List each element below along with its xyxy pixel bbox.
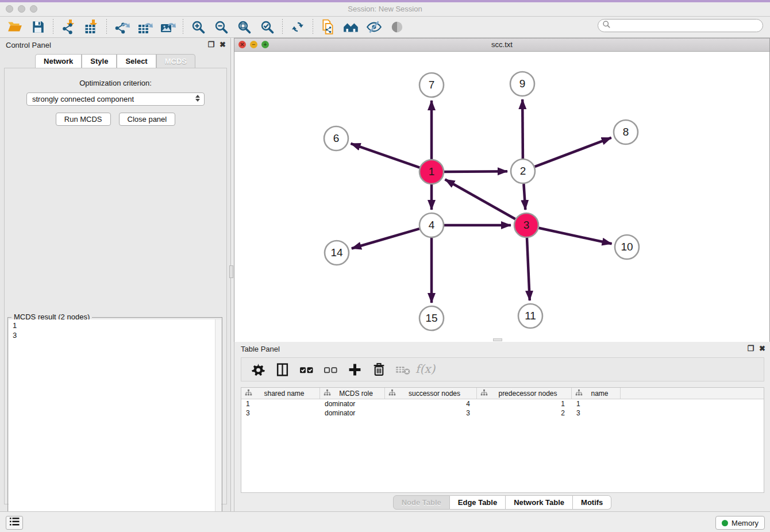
float-panel-icon[interactable]: ❐ <box>207 40 214 49</box>
horizontal-splitter-handle[interactable] <box>493 338 502 341</box>
float-table-panel-icon[interactable]: ❐ <box>747 344 754 353</box>
add-column-button[interactable] <box>345 361 364 378</box>
clone-network-button[interactable] <box>318 18 338 36</box>
table-row[interactable]: 1dominator411 <box>241 399 764 408</box>
node-table: shared nameMCDS rolesuccessor nodesprede… <box>241 387 764 493</box>
zoom-out-button[interactable] <box>211 18 231 36</box>
import-table-button[interactable] <box>82 18 101 36</box>
close-panel-icon[interactable]: ✖ <box>220 40 226 49</box>
result-scrollbar[interactable] <box>215 319 221 532</box>
svg-text:3: 3 <box>523 219 530 231</box>
close-panel-button[interactable]: Close panel <box>119 113 176 126</box>
svg-text:7: 7 <box>429 79 435 91</box>
edge-3-1[interactable] <box>445 179 515 219</box>
node-3[interactable]: 3 <box>514 213 538 237</box>
node-7[interactable]: 7 <box>419 73 444 97</box>
export-network-button[interactable] <box>112 18 132 36</box>
table-cell[interactable]: 1 <box>477 400 572 408</box>
table-toolbar: f(x) <box>241 357 764 381</box>
first-neighbors-button[interactable] <box>341 18 361 36</box>
edge-1-2[interactable] <box>444 171 507 172</box>
node-1[interactable]: 1 <box>419 160 444 184</box>
node-10[interactable]: 10 <box>615 235 639 259</box>
save-session-button[interactable] <box>28 18 48 36</box>
hide-selected-button[interactable] <box>364 18 384 36</box>
table-row[interactable]: 3dominator323 <box>241 408 764 418</box>
run-mcds-button[interactable]: Run MCDS <box>56 113 111 126</box>
delete-column-button <box>393 361 413 378</box>
node-9[interactable]: 9 <box>510 72 534 96</box>
edge-1-6[interactable] <box>351 144 420 168</box>
apply-layout-button[interactable] <box>288 18 307 36</box>
memory-button[interactable]: Memory <box>715 516 765 530</box>
network-canvas[interactable]: 7968124314101511 <box>234 52 769 342</box>
tab-style[interactable]: Style <box>82 54 117 68</box>
table-cell[interactable]: 1 <box>572 400 621 408</box>
node-4[interactable]: 4 <box>419 213 444 237</box>
search-box[interactable] <box>598 19 763 32</box>
edge-4-14[interactable] <box>352 229 419 248</box>
network-graph[interactable]: 7968124314101511 <box>234 52 769 342</box>
search-input[interactable] <box>613 21 763 30</box>
open-file-button[interactable] <box>5 18 25 36</box>
network-view-title: scc.txt <box>234 40 769 49</box>
column-header-name[interactable]: name <box>572 388 621 399</box>
uncheck-pair-icon <box>323 363 338 377</box>
table-cell[interactable]: 2 <box>477 409 572 417</box>
edge-3-10[interactable] <box>539 228 612 244</box>
table-options-button[interactable] <box>248 361 268 378</box>
tab-edge-table[interactable]: Edge Table <box>450 495 506 510</box>
table-cell[interactable]: 3 <box>572 409 621 417</box>
select-all-button[interactable] <box>297 361 316 378</box>
deselect-all-button[interactable] <box>321 361 340 378</box>
zoom-fit-button[interactable] <box>234 18 254 36</box>
task-history-button[interactable] <box>6 516 23 530</box>
tab-motifs[interactable]: Motifs <box>573 495 611 510</box>
node-14[interactable]: 14 <box>325 241 349 265</box>
node-11[interactable]: 11 <box>518 304 542 328</box>
delete-rows-button[interactable] <box>369 361 388 378</box>
network-view-titlebar[interactable]: ✕ − + scc.txt <box>234 38 769 52</box>
tab-network-table[interactable]: Network Table <box>506 495 573 510</box>
edge-2-9[interactable] <box>522 99 523 159</box>
tab-select[interactable]: Select <box>117 54 156 68</box>
table-cell[interactable]: 3 <box>241 409 320 417</box>
vertical-splitter-handle[interactable] <box>229 265 233 278</box>
edge-3-11[interactable] <box>527 238 530 300</box>
tab-mcds[interactable]: MCDS <box>156 54 195 68</box>
show-columns-button[interactable] <box>272 361 292 378</box>
node-8[interactable]: 8 <box>614 120 638 144</box>
node-15[interactable]: 15 <box>419 306 444 330</box>
table-cell[interactable]: dominator <box>320 409 385 417</box>
column-header-successor-nodes[interactable]: successor nodes <box>385 388 477 399</box>
column-header-predecessor-nodes[interactable]: predecessor nodes <box>477 388 572 399</box>
zoom-in-button[interactable] <box>188 18 208 36</box>
edge-2-8[interactable] <box>535 138 611 167</box>
column-header-shared-name[interactable]: shared name <box>241 388 320 399</box>
export-image-icon <box>160 20 176 35</box>
column-header-MCDS-role[interactable]: MCDS role <box>320 388 385 399</box>
svg-text:6: 6 <box>333 132 340 144</box>
mcds-result-list[interactable]: 1 3 <box>9 319 221 532</box>
eye-disabled-icon <box>390 20 405 34</box>
table-cell[interactable]: dominator <box>320 400 385 408</box>
svg-text:8: 8 <box>623 126 629 138</box>
memory-status-icon <box>722 520 728 526</box>
memory-label: Memory <box>732 519 759 527</box>
table-cell[interactable]: 4 <box>385 400 477 408</box>
export-table-button[interactable] <box>135 18 155 36</box>
tab-node-table[interactable]: Node Table <box>393 495 450 510</box>
table-tabs: Node TableEdge TableNetwork TableMotifs <box>234 495 770 510</box>
tab-network[interactable]: Network <box>35 54 82 68</box>
node-6[interactable]: 6 <box>324 126 348 151</box>
zoom-selected-button[interactable] <box>257 18 277 36</box>
edge-2-3[interactable] <box>523 184 525 210</box>
import-network-button[interactable] <box>59 18 78 36</box>
node-2[interactable]: 2 <box>511 159 535 183</box>
table-cell[interactable]: 3 <box>385 409 477 417</box>
criterion-select[interactable]: strongly connected component <box>26 92 205 106</box>
close-table-panel-icon[interactable]: ✖ <box>759 344 765 353</box>
table-cell[interactable]: 1 <box>241 400 320 408</box>
export-image-button[interactable] <box>158 18 178 36</box>
show-all-button[interactable] <box>387 18 407 36</box>
